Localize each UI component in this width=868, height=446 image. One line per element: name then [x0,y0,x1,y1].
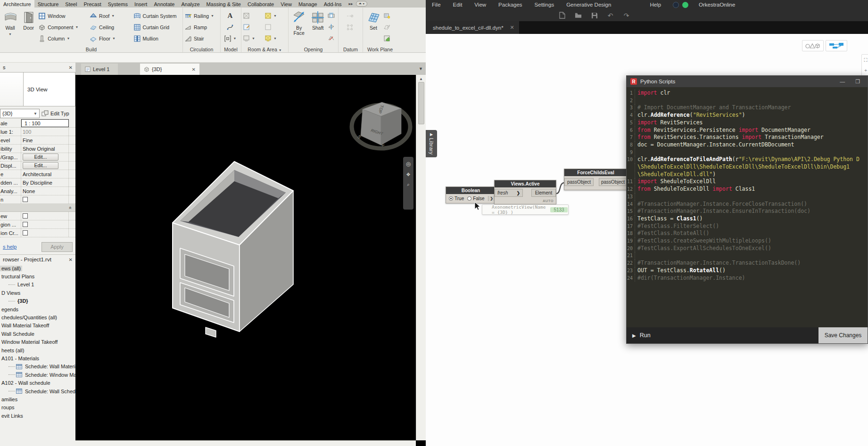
save-icon[interactable] [591,12,598,19]
area-boundary-button[interactable] [265,22,285,32]
force-output-port[interactable]: passObject [599,178,627,186]
edit-type-button[interactable]: Edit Typ [50,111,69,116]
run-button[interactable]: ▶Run [627,332,651,339]
tag-room-button[interactable]: ▼ [243,33,264,43]
property-value[interactable]: Edit... [21,153,69,161]
geometry-view-button[interactable] [802,40,824,51]
views-output-port[interactable]: Element [531,189,556,197]
browser-item[interactable]: Schedule: Wall Schedule [0,387,75,395]
menu-generative-design[interactable]: Generative Design [560,2,617,8]
ribbon-tab-structure[interactable]: Structure [34,0,62,8]
browser-item[interactable]: Level 1 [0,281,75,289]
property-value[interactable] [21,195,69,203]
ribbon-tab-annotate[interactable]: Annotate [150,0,178,8]
checkbox[interactable] [23,197,28,202]
browser-item[interactable]: chedules/Quantities (all) [0,313,75,321]
viewport-horizontal-scrollbar[interactable] [75,440,416,446]
browser-item[interactable]: ews (all) [0,264,75,272]
navigation-bar[interactable]: ◎ ✥ ⌕ [403,157,413,210]
browser-item[interactable]: amilies [0,395,75,403]
menu-settings[interactable]: Settings [529,2,561,8]
open-file-icon[interactable] [575,12,582,19]
browser-item[interactable]: Wall Schedule [0,330,75,338]
wall-button[interactable]: Wall▼ [1,9,19,45]
graph-view-button[interactable] [826,40,847,51]
tag-area-button[interactable]: ▼ [265,33,285,43]
viewer-button[interactable] [383,33,393,43]
edit-button[interactable]: Edit... [23,162,58,169]
grid-button[interactable] [346,22,354,32]
dormer-opening-button[interactable] [328,33,337,43]
type-selector[interactable]: 3D View [0,72,75,106]
menu-view[interactable]: View [468,2,492,8]
workspace-tab[interactable]: shedule_to_excel_c#-dll.dyn* ✕ [426,21,519,34]
property-value[interactable] [21,220,69,228]
property-value[interactable]: 100 [21,128,69,136]
set-work-plane-button[interactable]: Set [364,9,382,45]
browser-item[interactable]: {3D} [0,297,75,305]
property-value[interactable]: 1 : 100 [21,119,69,127]
model-viewport[interactable]: N E S TOP RIGHT ◎ ✥ ⌕ ▲ [75,75,426,446]
python-scripts-window[interactable]: R Python Scripts — ❒ 1import clr23# Impo… [626,75,868,344]
scrollbar-thumb[interactable] [418,82,424,124]
properties-close-icon[interactable]: ✕ [69,65,73,70]
browser-item[interactable]: Schedule: Wall Material Ta [0,363,75,371]
apply-button[interactable]: Apply [41,242,73,252]
model-group-button[interactable]: ▼ [224,33,237,43]
ribbon-tab-view[interactable]: View [277,0,295,8]
code-editor[interactable]: 1import clr23# Import DocumentManager an… [627,87,868,327]
ribbon-tab-add-ins[interactable]: Add-Ins [321,0,345,8]
ceiling-button[interactable]: Ceiling [90,22,132,32]
room-button[interactable] [243,11,264,21]
roof-button[interactable]: Roof▼ [90,11,132,21]
ribbon-collapse-toggle[interactable]: ⏶ ▾ [356,1,368,7]
room-separator-button[interactable] [243,22,264,32]
browser-item[interactable]: A101 - Materials [0,354,75,362]
zoom-in-icon[interactable]: ＋ [863,67,868,73]
property-value[interactable]: Fine [21,136,69,144]
boolean-false-radio[interactable]: False [467,196,484,201]
edit-button[interactable]: Edit... [23,154,58,161]
checkbox[interactable] [23,222,28,227]
browser-item[interactable]: Schedule: Window Materi [0,371,75,379]
steering-wheel-icon[interactable]: ◎ [406,161,411,167]
view-tab-list-icon[interactable]: ▼ [419,66,423,71]
browser-item[interactable]: egends [0,305,75,313]
column-button[interactable]: Column▼ [38,33,89,43]
property-section-header[interactable]: » [0,204,75,212]
curtain-grid-button[interactable]: Curtain Grid [133,22,181,32]
area-button[interactable]: ▼ [265,11,285,21]
curtain-system-button[interactable]: Curtain System [133,11,181,21]
level-button[interactable] [346,11,354,21]
undo-icon[interactable]: ↶ [607,12,614,19]
checkbox[interactable] [23,213,28,219]
viewport-vertical-scrollbar[interactable]: ▲ [416,75,426,440]
ref-plane-button[interactable] [383,22,393,32]
component-button[interactable]: Component▼ [38,22,89,32]
ribbon-tab-analyze[interactable]: Analyze [178,0,203,8]
view-tab-3d[interactable]: {3D} ✕ [140,64,199,75]
opening-by-face-button[interactable]: By Face [290,9,308,45]
node-force-childs-eval[interactable]: ForceChildsEval passObject passObject [564,169,628,190]
save-changes-button[interactable]: Save Changes [818,327,868,343]
property-value[interactable]: Architectural [21,170,69,178]
views-input-port[interactable]: fresh❯ [495,189,523,197]
browser-item[interactable]: Wall Material Takeoff [0,322,75,330]
room-area-panel-label[interactable]: Room & Area ▼ [241,47,288,52]
library-collapsed-tab[interactable]: ▶ Library [426,130,437,157]
browser-item[interactable]: heets (all) [0,346,75,354]
property-value[interactable]: By Discipline [21,178,69,187]
boolean-true-radio[interactable]: True [449,196,464,201]
vertical-opening-button[interactable] [328,22,337,32]
opening-shaft-button[interactable]: Shaft [309,9,327,45]
type-combo[interactable]: {3D}▼ [0,109,40,118]
workspace-tab-close-icon[interactable]: ✕ [510,24,514,31]
scroll-up-icon[interactable]: ▲ [419,75,423,82]
menu-edit[interactable]: Edit [447,2,469,8]
modify-chevrons-icon[interactable]: ▸▸ [349,1,353,6]
window-button[interactable]: Window [38,11,89,21]
ramp-button[interactable]: Ramp [184,22,218,32]
boolean-output-port[interactable]: ❯ [488,196,495,201]
browser-item[interactable]: roups [0,404,75,412]
ribbon-tab-steel[interactable]: Steel [62,0,80,8]
